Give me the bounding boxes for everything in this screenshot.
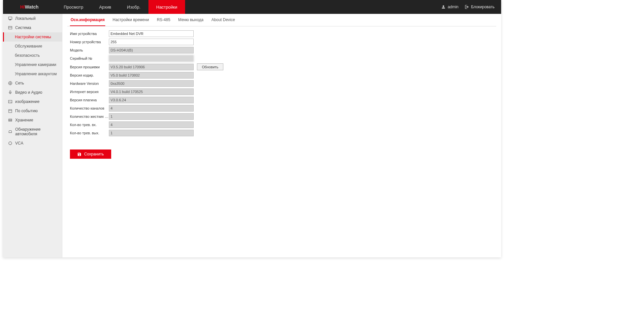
input-web (109, 88, 194, 95)
topnav-preview[interactable]: Просмотр (56, 0, 91, 14)
sidebar-event-label: По событию (15, 109, 38, 113)
row-hdds: Количество жестких дис... (70, 113, 496, 120)
svg-rect-4 (9, 100, 12, 103)
save-icon (77, 152, 81, 156)
topnav-image[interactable]: Изобр. (119, 0, 148, 14)
system-icon (8, 25, 13, 30)
input-hdds (109, 113, 194, 120)
update-button[interactable]: Обновить (197, 63, 223, 70)
label-alarm-in: Кол-во трев. вх. (70, 123, 109, 127)
label-device-name: Имя устройства (70, 32, 109, 36)
input-plugin (109, 97, 194, 103)
row-encoding: Версия кодир. (70, 72, 496, 79)
topnav-archive[interactable]: Архив (91, 0, 119, 14)
input-firmware (109, 64, 194, 70)
user-menu[interactable]: admin (441, 5, 459, 9)
input-serial (109, 55, 194, 62)
sidebar-maintenance[interactable]: Обслуживание (3, 42, 62, 51)
label-hdds: Количество жестких дис... (70, 115, 109, 118)
label-model: Модель (70, 48, 109, 52)
input-model (109, 47, 194, 53)
main: Локальный Система Настройки системы Обсл… (3, 14, 501, 257)
label-plugin: Версия плагина (70, 98, 109, 102)
svg-rect-5 (9, 110, 12, 113)
sidebar-system-settings-label: Настройки системы (15, 35, 51, 39)
sidebar-video-audio-label: Видео и Аудио (15, 90, 42, 95)
app-window: HiWatch Просмотр Архив Изобр. Настройки … (3, 0, 501, 257)
mic-icon (8, 90, 13, 95)
sidebar-event[interactable]: По событию (3, 106, 62, 116)
user-name: admin (448, 5, 459, 9)
sidebar-local[interactable]: Локальный (3, 14, 62, 23)
lock-button[interactable]: Блокировать (465, 5, 495, 9)
row-model: Модель (70, 47, 496, 53)
label-serial: Серийный № (70, 56, 109, 60)
tab-time-settings[interactable]: Настройки времени (112, 14, 149, 26)
logout-icon (465, 5, 469, 9)
sidebar-image[interactable]: изображение (3, 97, 62, 106)
input-device-name[interactable] (109, 30, 194, 37)
content: Осн.информация Настройки времени RS-485 … (62, 14, 501, 257)
sidebar-vca-label: VCA (15, 141, 23, 146)
logo-suffix: Watch (25, 4, 38, 10)
sidebar-cameras[interactable]: Управление камерами (3, 60, 62, 69)
tab-output-menu[interactable]: Меню выхода (177, 14, 204, 26)
sidebar-storage[interactable]: Хранение (3, 116, 62, 125)
svg-rect-3 (10, 91, 11, 93)
tab-about-device[interactable]: About Device (211, 14, 236, 26)
row-web: Интернет версия (70, 88, 496, 95)
label-firmware: Версия прошивки (70, 65, 109, 69)
form: Имя устройства Номер устройства Модель С… (67, 26, 496, 159)
topnav-settings[interactable]: Настройки (148, 0, 185, 14)
sidebar-system-settings[interactable]: Настройки системы (3, 32, 62, 42)
monitor-icon (8, 16, 13, 21)
row-device-no: Номер устройства (70, 39, 496, 45)
label-device-no: Номер устройства (70, 40, 109, 44)
row-alarm-in: Кол-во трев. вх. (70, 121, 496, 128)
row-firmware: Версия прошивки Обновить (70, 63, 496, 70)
label-alarm-out: Кол-во трев. вых. (70, 131, 109, 135)
sidebar-video-audio[interactable]: Видео и Аудио (3, 88, 62, 97)
sidebar-vehicle[interactable]: Обнаружение автомобиля (3, 125, 62, 139)
sidebar-security-label: безопасность (15, 53, 40, 58)
sidebar-security[interactable]: безопасность (3, 51, 62, 60)
sidebar-cameras-label: Управление камерами (15, 62, 56, 67)
sidebar-maintenance-label: Обслуживание (15, 44, 42, 49)
image-icon (8, 99, 13, 104)
topright: admin Блокировать (441, 5, 501, 9)
globe-icon (8, 81, 13, 85)
input-encoding (109, 72, 194, 79)
sidebar-vehicle-label: Обнаружение автомобиля (15, 127, 59, 136)
sidebar-image-label: изображение (15, 99, 40, 104)
svg-rect-8 (9, 120, 12, 121)
car-icon (8, 129, 13, 134)
row-channels: Количество каналов (70, 105, 496, 112)
label-channels: Количество каналов (70, 106, 109, 110)
save-label: Сохранить (84, 152, 104, 156)
row-serial: Серийный № (70, 55, 496, 62)
lock-label: Блокировать (471, 5, 495, 9)
label-web: Интернет версия (70, 90, 109, 94)
topnav: Просмотр Архив Изобр. Настройки (56, 0, 185, 14)
logo-prefix: Hi (20, 4, 25, 10)
topbar: HiWatch Просмотр Архив Изобр. Настройки … (3, 0, 501, 14)
svg-rect-7 (9, 119, 12, 120)
row-alarm-out: Кол-во трев. вых. (70, 130, 496, 136)
row-device-name: Имя устройства (70, 30, 496, 37)
tabs: Осн.информация Настройки времени RS-485 … (67, 14, 496, 26)
label-hardware: Hardware Version (70, 82, 109, 85)
svg-rect-0 (9, 26, 12, 29)
tab-rs485[interactable]: RS-485 (156, 14, 171, 26)
save-button[interactable]: Сохранить (70, 149, 111, 159)
sidebar-account[interactable]: Управление аккаунтом (3, 69, 62, 79)
logo: HiWatch (3, 4, 56, 10)
sidebar-vca[interactable]: VCA (3, 139, 62, 148)
tab-basic-info[interactable]: Осн.информация (70, 14, 105, 26)
input-hardware (109, 80, 194, 87)
sidebar-network[interactable]: Сеть (3, 79, 62, 88)
input-device-no[interactable] (109, 39, 194, 45)
sidebar-system[interactable]: Система (3, 23, 62, 32)
row-plugin: Версия плагина (70, 97, 496, 103)
sidebar-local-label: Локальный (15, 16, 36, 21)
sidebar-system-label: Система (15, 25, 31, 30)
